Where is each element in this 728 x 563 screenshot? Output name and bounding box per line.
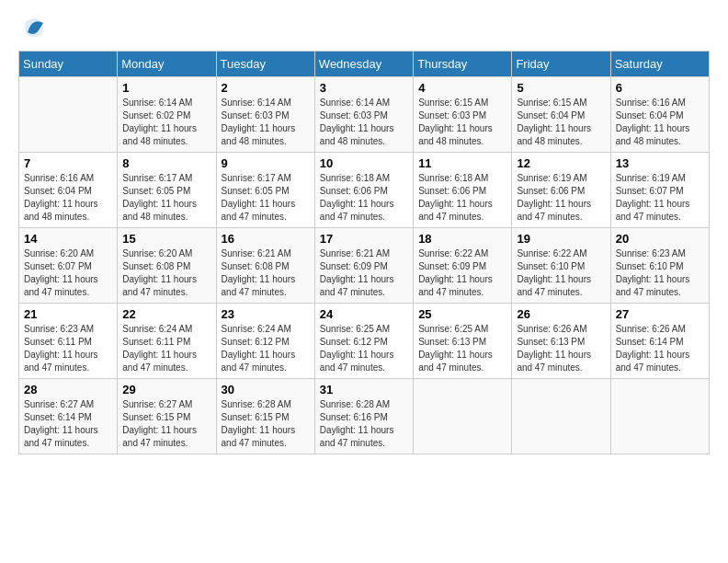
week-row-2: 7Sunrise: 6:16 AM Sunset: 6:04 PM Daylig…	[19, 153, 710, 228]
day-info: Sunrise: 6:24 AM Sunset: 6:12 PM Dayligh…	[222, 323, 310, 374]
day-info: Sunrise: 6:19 AM Sunset: 6:06 PM Dayligh…	[517, 172, 605, 224]
calendar-cell: 18Sunrise: 6:22 AM Sunset: 6:09 PM Dayli…	[414, 228, 512, 304]
calendar-cell: 30Sunrise: 6:28 AM Sunset: 6:15 PM Dayli…	[216, 379, 314, 454]
calendar-cell: 11Sunrise: 6:18 AM Sunset: 6:06 PM Dayli…	[414, 153, 512, 228]
calendar-cell: 24Sunrise: 6:25 AM Sunset: 6:12 PM Dayli…	[314, 304, 413, 379]
day-info: Sunrise: 6:26 AM Sunset: 6:13 PM Dayligh…	[517, 323, 605, 374]
day-number: 5	[517, 81, 605, 95]
day-number: 4	[418, 81, 506, 95]
day-number: 18	[418, 232, 506, 246]
header-day-tuesday: Tuesday	[216, 52, 314, 77]
calendar-cell: 9Sunrise: 6:17 AM Sunset: 6:05 PM Daylig…	[216, 153, 314, 228]
calendar-cell: 21Sunrise: 6:23 AM Sunset: 6:11 PM Dayli…	[19, 304, 118, 379]
day-info: Sunrise: 6:20 AM Sunset: 6:07 PM Dayligh…	[24, 247, 112, 299]
day-number: 27	[616, 307, 704, 321]
day-info: Sunrise: 6:18 AM Sunset: 6:06 PM Dayligh…	[418, 172, 506, 224]
calendar-cell	[610, 379, 709, 454]
day-info: Sunrise: 6:21 AM Sunset: 6:08 PM Dayligh…	[222, 247, 310, 299]
calendar-cell	[19, 77, 118, 153]
calendar-cell: 27Sunrise: 6:26 AM Sunset: 6:14 PM Dayli…	[610, 304, 709, 379]
day-info: Sunrise: 6:16 AM Sunset: 6:04 PM Dayligh…	[24, 172, 112, 224]
calendar-cell: 12Sunrise: 6:19 AM Sunset: 6:06 PM Dayli…	[512, 153, 610, 228]
header-day-sunday: Sunday	[19, 52, 118, 77]
day-number: 25	[418, 307, 506, 321]
day-info: Sunrise: 6:18 AM Sunset: 6:06 PM Dayligh…	[320, 172, 408, 224]
calendar-cell: 5Sunrise: 6:15 AM Sunset: 6:04 PM Daylig…	[512, 77, 610, 153]
day-info: Sunrise: 6:25 AM Sunset: 6:13 PM Dayligh…	[418, 323, 506, 374]
day-info: Sunrise: 6:26 AM Sunset: 6:14 PM Dayligh…	[616, 323, 704, 374]
calendar-cell: 23Sunrise: 6:24 AM Sunset: 6:12 PM Dayli…	[216, 304, 314, 379]
day-number: 29	[122, 383, 210, 396]
calendar-cell: 2Sunrise: 6:14 AM Sunset: 6:03 PM Daylig…	[216, 77, 314, 153]
day-info: Sunrise: 6:20 AM Sunset: 6:08 PM Dayligh…	[122, 247, 210, 299]
logo	[18, 18, 48, 41]
header-day-thursday: Thursday	[414, 52, 512, 77]
day-number: 17	[320, 232, 408, 246]
day-number: 20	[616, 232, 704, 246]
day-number: 22	[122, 307, 210, 321]
day-number: 28	[24, 383, 112, 396]
calendar-cell: 13Sunrise: 6:19 AM Sunset: 6:07 PM Dayli…	[610, 153, 709, 228]
day-info: Sunrise: 6:14 AM Sunset: 6:02 PM Dayligh…	[122, 97, 210, 148]
day-number: 6	[616, 81, 704, 95]
calendar-cell: 31Sunrise: 6:28 AM Sunset: 6:16 PM Dayli…	[314, 379, 413, 454]
logo-text	[18, 18, 48, 41]
day-number: 24	[320, 307, 408, 321]
day-number: 8	[122, 156, 210, 170]
day-info: Sunrise: 6:17 AM Sunset: 6:05 PM Dayligh…	[222, 172, 310, 224]
calendar-cell: 3Sunrise: 6:14 AM Sunset: 6:03 PM Daylig…	[314, 77, 413, 153]
header-day-wednesday: Wednesday	[314, 52, 413, 77]
day-info: Sunrise: 6:23 AM Sunset: 6:10 PM Dayligh…	[616, 247, 704, 299]
day-number: 14	[24, 232, 112, 246]
week-row-3: 14Sunrise: 6:20 AM Sunset: 6:07 PM Dayli…	[19, 228, 710, 304]
calendar-cell: 20Sunrise: 6:23 AM Sunset: 6:10 PM Dayli…	[610, 228, 709, 304]
day-info: Sunrise: 6:24 AM Sunset: 6:11 PM Dayligh…	[122, 323, 210, 374]
day-info: Sunrise: 6:21 AM Sunset: 6:09 PM Dayligh…	[320, 247, 408, 299]
calendar-cell: 7Sunrise: 6:16 AM Sunset: 6:04 PM Daylig…	[19, 153, 118, 228]
day-number: 19	[517, 232, 605, 246]
calendar-cell: 14Sunrise: 6:20 AM Sunset: 6:07 PM Dayli…	[19, 228, 118, 304]
day-info: Sunrise: 6:17 AM Sunset: 6:05 PM Dayligh…	[122, 172, 210, 224]
day-number: 7	[24, 156, 112, 170]
day-info: Sunrise: 6:25 AM Sunset: 6:12 PM Dayligh…	[320, 323, 408, 374]
day-number: 21	[24, 307, 112, 321]
day-number: 15	[122, 232, 210, 246]
calendar-cell: 28Sunrise: 6:27 AM Sunset: 6:14 PM Dayli…	[19, 379, 118, 454]
day-number: 16	[222, 232, 310, 246]
day-info: Sunrise: 6:15 AM Sunset: 6:04 PM Dayligh…	[517, 97, 605, 148]
calendar-table: SundayMondayTuesdayWednesdayThursdayFrid…	[18, 51, 710, 454]
page-header	[18, 18, 710, 41]
week-row-4: 21Sunrise: 6:23 AM Sunset: 6:11 PM Dayli…	[19, 304, 710, 379]
day-number: 30	[222, 383, 310, 396]
header-day-friday: Friday	[512, 52, 610, 77]
day-number: 26	[517, 307, 605, 321]
day-info: Sunrise: 6:22 AM Sunset: 6:10 PM Dayligh…	[517, 247, 605, 299]
calendar-cell: 15Sunrise: 6:20 AM Sunset: 6:08 PM Dayli…	[118, 228, 216, 304]
day-number: 12	[517, 156, 605, 170]
calendar-cell: 22Sunrise: 6:24 AM Sunset: 6:11 PM Dayli…	[118, 304, 216, 379]
calendar-cell: 1Sunrise: 6:14 AM Sunset: 6:02 PM Daylig…	[118, 77, 216, 153]
calendar-body: 1Sunrise: 6:14 AM Sunset: 6:02 PM Daylig…	[19, 77, 710, 454]
calendar-cell: 16Sunrise: 6:21 AM Sunset: 6:08 PM Dayli…	[216, 228, 314, 304]
calendar-header: SundayMondayTuesdayWednesdayThursdayFrid…	[19, 52, 710, 77]
day-info: Sunrise: 6:28 AM Sunset: 6:15 PM Dayligh…	[222, 398, 310, 450]
calendar-cell: 8Sunrise: 6:17 AM Sunset: 6:05 PM Daylig…	[118, 153, 216, 228]
calendar-cell	[414, 379, 512, 454]
day-number: 2	[222, 81, 310, 95]
day-number: 23	[222, 307, 310, 321]
calendar-cell: 6Sunrise: 6:16 AM Sunset: 6:04 PM Daylig…	[610, 77, 709, 153]
day-info: Sunrise: 6:16 AM Sunset: 6:04 PM Dayligh…	[616, 97, 704, 148]
calendar-cell: 19Sunrise: 6:22 AM Sunset: 6:10 PM Dayli…	[512, 228, 610, 304]
calendar-cell: 29Sunrise: 6:27 AM Sunset: 6:15 PM Dayli…	[118, 379, 216, 454]
calendar-cell: 4Sunrise: 6:15 AM Sunset: 6:03 PM Daylig…	[414, 77, 512, 153]
calendar-cell: 17Sunrise: 6:21 AM Sunset: 6:09 PM Dayli…	[314, 228, 413, 304]
day-number: 11	[418, 156, 506, 170]
day-info: Sunrise: 6:27 AM Sunset: 6:14 PM Dayligh…	[24, 398, 112, 450]
day-number: 13	[616, 156, 704, 170]
week-row-1: 1Sunrise: 6:14 AM Sunset: 6:02 PM Daylig…	[19, 77, 710, 153]
calendar-cell: 26Sunrise: 6:26 AM Sunset: 6:13 PM Dayli…	[512, 304, 610, 379]
calendar-cell: 10Sunrise: 6:18 AM Sunset: 6:06 PM Dayli…	[314, 153, 413, 228]
day-info: Sunrise: 6:23 AM Sunset: 6:11 PM Dayligh…	[24, 323, 112, 374]
header-day-saturday: Saturday	[610, 52, 709, 77]
calendar-cell: 25Sunrise: 6:25 AM Sunset: 6:13 PM Dayli…	[414, 304, 512, 379]
